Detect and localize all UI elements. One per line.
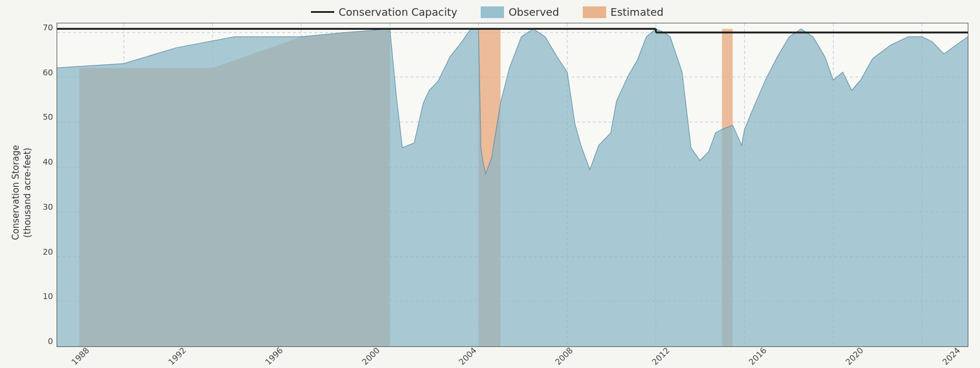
y-tick-60: 60 xyxy=(43,68,53,77)
y-tick-10: 10 xyxy=(43,291,53,301)
y-tick-40: 40 xyxy=(43,157,53,166)
observed-fill xyxy=(57,29,968,346)
legend-box-observed xyxy=(481,6,504,18)
plot-area xyxy=(57,23,968,347)
chart-svg xyxy=(57,23,968,346)
y-tick-30: 30 xyxy=(43,202,53,211)
legend-box-estimated xyxy=(583,6,606,18)
chart-area: Conservation Storage(thousand acre-feet)… xyxy=(6,23,968,362)
legend-label-observed: Observed xyxy=(509,6,559,18)
y-tick-20: 20 xyxy=(43,247,53,256)
y-axis-label: Conservation Storage(thousand acre-feet) xyxy=(6,23,38,362)
y-tick-70: 70 xyxy=(43,23,53,32)
legend-item-estimated: Estimated xyxy=(583,6,664,18)
x-axis: 1988 1992 1996 2000 2004 2008 2012 2016 … xyxy=(57,347,968,362)
y-axis-ticks: 0 10 20 30 40 50 60 70 xyxy=(38,23,57,362)
legend-label-capacity: Conservation Capacity xyxy=(339,6,457,18)
chart-inner: 1988 1992 1996 2000 2004 2008 2012 2016 … xyxy=(57,23,968,362)
legend-item-observed: Observed xyxy=(481,6,559,18)
y-tick-0: 0 xyxy=(48,336,53,346)
legend-label-estimated: Estimated xyxy=(611,6,664,18)
chart-container: Conservation Capacity Observed Estimated… xyxy=(0,0,980,368)
y-tick-50: 50 xyxy=(43,112,53,121)
legend-item-capacity: Conservation Capacity xyxy=(311,6,457,18)
legend: Conservation Capacity Observed Estimated xyxy=(311,6,664,18)
legend-line-capacity xyxy=(311,11,334,13)
